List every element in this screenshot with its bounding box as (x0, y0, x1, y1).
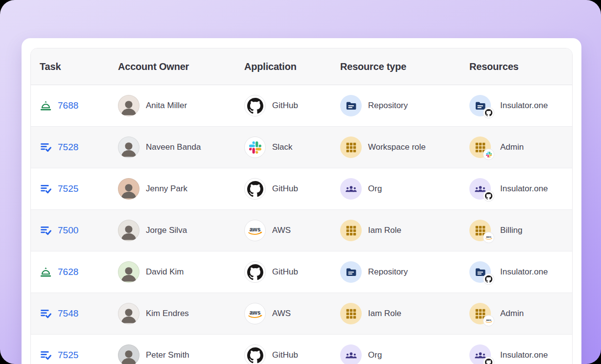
github-badge-icon (484, 357, 494, 364)
application-name: GitHub (272, 350, 298, 360)
aws-icon (244, 220, 266, 241)
resource-type-name: Repository (368, 101, 408, 111)
resource-type-cell: Org (340, 344, 469, 364)
aws-icon (244, 303, 266, 324)
repository-folder-icon (340, 95, 362, 116)
table-body: 7688 Anita Miller GitHub Repository (31, 85, 572, 364)
task-id-link[interactable]: 7688 (58, 100, 78, 111)
tasks-table: Task Account Owner Application Resource … (30, 48, 573, 364)
org-group-icon (469, 344, 491, 364)
task-id-link[interactable]: 7525 (58, 183, 78, 194)
resource-type-cell: Iam Role (340, 220, 469, 241)
account-owner-cell: Peter Smith (118, 344, 244, 364)
resource-name: Insulator.one (500, 350, 548, 360)
task-cell: 7500 (31, 225, 118, 237)
table-row: 7500 Jorge Silva AWS Iam Role (31, 209, 572, 251)
aws-badge-icon (484, 232, 494, 243)
role-grid-icon (469, 303, 491, 324)
role-grid-icon (340, 136, 362, 158)
task-checklist-icon (40, 183, 52, 195)
repository-folder-icon (469, 95, 491, 116)
account-owner-cell: Jenny Park (118, 178, 244, 200)
resource-name: Insulator.one (500, 267, 548, 277)
account-owner-cell: Jorge Silva (118, 220, 244, 241)
resource-type-name: Iam Role (368, 309, 401, 318)
application-name: GitHub (272, 184, 298, 194)
task-checklist-icon (40, 308, 52, 320)
resources-cell: Insulator.one (469, 95, 572, 116)
owner-name: Jorge Silva (146, 226, 187, 235)
task-cell: 7525 (31, 183, 118, 195)
role-grid-icon (340, 220, 362, 241)
github-badge-icon (484, 108, 494, 118)
task-cell: 7628 (31, 266, 118, 278)
task-id-link[interactable]: 7528 (58, 142, 78, 153)
application-name: AWS (272, 226, 291, 235)
owner-name: Naveen Banda (146, 142, 201, 152)
role-grid-icon (469, 136, 491, 158)
request-cloche-icon (40, 266, 52, 278)
task-cell: 7525 (31, 349, 118, 362)
resource-name: Insulator.one (500, 184, 548, 194)
resource-name: Admin (500, 142, 524, 152)
aws-badge-icon (484, 316, 494, 326)
resource-type-cell: Workspace role (340, 136, 469, 158)
column-header-task: Task (31, 61, 118, 72)
owner-name: Kim Endres (146, 309, 189, 318)
avatar (118, 344, 139, 364)
resource-type-cell: Repository (340, 95, 469, 116)
task-cell: 7548 (31, 308, 118, 320)
resources-cell: Billing (469, 220, 572, 241)
application-cell: AWS (244, 220, 340, 241)
application-cell: AWS (244, 303, 340, 324)
resource-type-name: Iam Role (368, 226, 401, 235)
column-header-application: Application (244, 61, 340, 72)
github-icon (244, 261, 266, 283)
repository-folder-icon (340, 261, 362, 283)
resource-name: Billing (500, 226, 522, 235)
table-row: 7688 Anita Miller GitHub Repository (31, 85, 572, 126)
table-row: 7525 Jenny Park GitHub Org (31, 168, 572, 209)
repository-folder-icon (469, 261, 491, 283)
task-id-link[interactable]: 7548 (58, 308, 78, 319)
resource-type-name: Org (368, 184, 382, 194)
github-icon (244, 178, 266, 200)
github-badge-icon (484, 191, 494, 201)
avatar (118, 261, 139, 283)
application-name: Slack (272, 142, 293, 152)
github-icon (244, 344, 266, 364)
application-name: GitHub (272, 101, 298, 111)
task-checklist-icon (40, 141, 52, 154)
task-checklist-icon (40, 349, 52, 362)
avatar (118, 303, 139, 324)
owner-name: Peter Smith (146, 350, 189, 360)
task-cell: 7688 (31, 100, 118, 112)
task-id-link[interactable]: 7525 (58, 350, 78, 361)
tasks-card: Task Account Owner Application Resource … (22, 38, 581, 364)
page-background: Task Account Owner Application Resource … (0, 0, 601, 364)
owner-name: Jenny Park (146, 184, 187, 194)
table-row: 7548 Kim Endres AWS Iam Role (31, 293, 572, 334)
role-grid-icon (469, 220, 491, 241)
resource-type-cell: Org (340, 178, 469, 200)
slack-icon (244, 136, 266, 158)
application-cell: GitHub (244, 178, 340, 200)
task-id-link[interactable]: 7500 (58, 225, 78, 236)
resource-type-name: Repository (368, 267, 408, 277)
resources-cell: Insulator.one (469, 261, 572, 283)
task-id-link[interactable]: 7628 (58, 267, 78, 277)
application-name: AWS (272, 309, 291, 318)
github-icon (244, 95, 266, 116)
application-cell: GitHub (244, 261, 340, 283)
table-row: 7528 Naveen Banda Slack Workspace role (31, 126, 572, 168)
resources-cell: Admin (469, 303, 572, 324)
avatar (118, 178, 139, 200)
column-header-resources: Resources (469, 61, 572, 72)
application-name: GitHub (272, 267, 298, 277)
resource-type-name: Org (368, 350, 382, 360)
task-checklist-icon (40, 225, 52, 237)
resource-type-name: Workspace role (368, 142, 426, 152)
owner-name: Anita Miller (146, 101, 187, 111)
owner-name: David Kim (146, 267, 184, 277)
application-cell: GitHub (244, 95, 340, 116)
